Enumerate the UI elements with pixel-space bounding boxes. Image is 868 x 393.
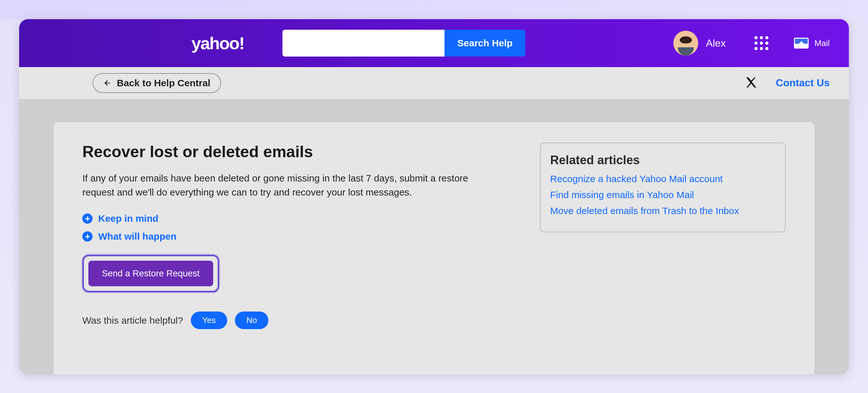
mail-link[interactable]: Mail (794, 38, 830, 49)
related-articles-box: Related articles Recognize a hacked Yaho… (540, 142, 786, 232)
related-link[interactable]: Recognize a hacked Yahoo Mail account (550, 173, 775, 185)
accordion-what-will-happen[interactable]: What will happen (82, 231, 492, 242)
article-main: Recover lost or deleted emails If any of… (82, 142, 492, 349)
article-intro: If any of your emails have been deleted … (82, 171, 492, 199)
apps-grid-icon[interactable] (754, 36, 769, 50)
content-area: Recover lost or deleted emails If any of… (19, 99, 849, 374)
yahoo-logo[interactable]: yahoo! (191, 33, 244, 53)
cta-highlight-ring: Send a Restore Request (82, 255, 219, 292)
back-to-help-button[interactable]: Back to Help Central (93, 73, 221, 93)
arrow-left-icon (103, 79, 112, 87)
app-window: yahoo! Search Help Alex Mail Back to Hel… (19, 19, 849, 374)
feedback-row: Was this article helpful? Yes No (82, 311, 492, 329)
sub-bar: Back to Help Central Contact Us (19, 67, 849, 99)
related-link[interactable]: Find missing emails in Yahoo Mail (550, 190, 775, 200)
plus-circle-icon (82, 231, 93, 242)
back-label: Back to Help Central (117, 78, 210, 88)
send-restore-request-button[interactable]: Send a Restore Request (88, 261, 213, 286)
feedback-no-button[interactable]: No (235, 311, 268, 329)
article-card: Recover lost or deleted emails If any of… (54, 122, 814, 374)
header-bar: yahoo! Search Help Alex Mail (19, 19, 849, 67)
accordion-keep-in-mind[interactable]: Keep in mind (82, 213, 492, 224)
contact-us-link[interactable]: Contact Us (776, 77, 830, 89)
logo-text: yahoo! (191, 33, 244, 53)
accordion-label: What will happen (98, 231, 177, 242)
avatar[interactable] (673, 31, 698, 56)
x-social-icon[interactable] (744, 76, 758, 90)
mail-label: Mail (814, 38, 830, 48)
feedback-question: Was this article helpful? (82, 315, 183, 326)
plus-circle-icon (82, 214, 93, 224)
search-help-button[interactable]: Search Help (444, 30, 525, 57)
related-link[interactable]: Move deleted emails from Trash to the In… (550, 205, 775, 216)
search-wrap: Search Help (282, 30, 525, 57)
user-name: Alex (706, 37, 726, 49)
related-heading: Related articles (550, 153, 775, 167)
feedback-yes-button[interactable]: Yes (191, 311, 227, 329)
article-title: Recover lost or deleted emails (82, 142, 492, 161)
mail-icon (794, 38, 809, 49)
user-area[interactable]: Alex (673, 31, 726, 56)
search-input[interactable] (282, 30, 444, 57)
related-sidebar: Related articles Recognize a hacked Yaho… (540, 142, 786, 349)
accordion-label: Keep in mind (98, 213, 158, 224)
